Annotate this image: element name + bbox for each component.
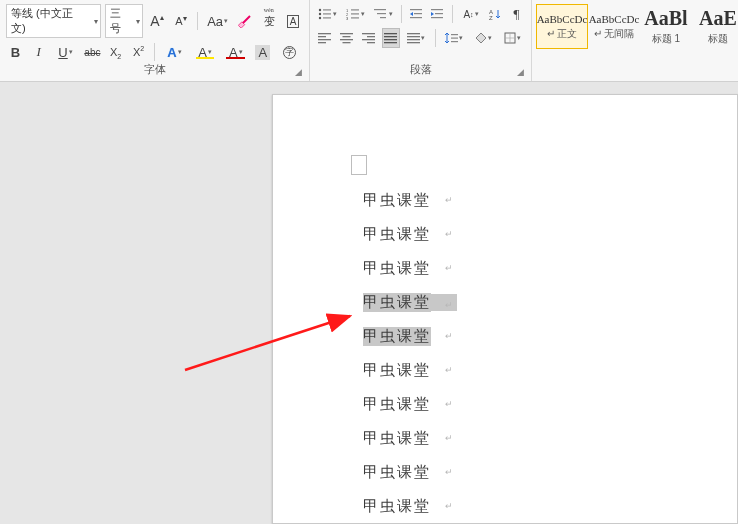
borders-button[interactable]: ▾ <box>500 28 525 48</box>
show-marks-button[interactable]: ¶ <box>508 4 525 24</box>
document-line[interactable]: 甲虫课堂↵ <box>363 489 457 523</box>
style-tile-1[interactable]: AaBbCcDc↵ 无间隔 <box>588 4 640 49</box>
paragraph-mark-icon: ↵ <box>445 467 455 477</box>
indent-decrease-button[interactable] <box>408 4 425 24</box>
svg-rect-17 <box>414 13 422 14</box>
font-group-label-text: 字体 <box>144 63 166 75</box>
phonetic-guide-button[interactable]: 变wén <box>259 11 279 31</box>
font-color-button[interactable]: A▾ <box>222 42 249 62</box>
align-distribute-button[interactable]: ▾ <box>404 28 429 48</box>
line-text: 甲虫课堂 <box>363 293 431 312</box>
bullets-button[interactable]: ▾ <box>316 4 340 24</box>
svg-rect-18 <box>410 17 422 18</box>
change-case-button[interactable]: Aa▾ <box>204 11 232 31</box>
document-line[interactable]: 甲虫课堂↵ <box>363 387 457 421</box>
svg-rect-27 <box>318 42 326 43</box>
svg-rect-41 <box>407 36 420 37</box>
indent-increase-button[interactable] <box>429 4 446 24</box>
style-name: 标题 1 <box>652 32 680 46</box>
font-name-select[interactable]: 等线 (中文正文) ▾ <box>6 4 101 38</box>
char-border-button[interactable]: A <box>283 11 303 31</box>
char-shading-button[interactable]: A <box>253 42 272 62</box>
document-line[interactable]: 甲虫课堂↵ <box>363 251 457 285</box>
style-tile-3[interactable]: AaE标题 <box>692 4 738 49</box>
svg-rect-38 <box>384 39 397 40</box>
paragraph-group-label: 段落 ◢ <box>316 62 525 79</box>
italic-button[interactable]: I <box>29 42 48 62</box>
line-spacing-button[interactable]: ▾ <box>442 28 467 48</box>
font-dialog-launcher[interactable]: ◢ <box>293 67 303 77</box>
document-line[interactable]: 甲虫课堂↵ <box>363 353 457 387</box>
strike-button[interactable]: abc <box>83 42 102 62</box>
paragraph-mark-icon: ↵ <box>445 365 455 375</box>
align-center-button[interactable] <box>338 28 356 48</box>
highlight-button[interactable]: A ▾ <box>192 42 219 62</box>
paragraph-mark-icon: ↵ <box>445 331 455 341</box>
style-preview: AaE <box>699 7 737 30</box>
align-justify-button[interactable] <box>382 28 400 48</box>
line-text: 甲虫课堂 <box>363 259 431 278</box>
sort-button[interactable]: AZ <box>487 4 504 24</box>
separator <box>435 29 436 47</box>
document-line[interactable]: 甲虫课堂↵ <box>363 183 457 217</box>
svg-text:Z: Z <box>489 15 493 20</box>
text-direction-button[interactable]: A↕▾ <box>459 4 483 24</box>
separator <box>154 43 155 61</box>
svg-rect-4 <box>323 13 331 14</box>
svg-rect-29 <box>343 36 351 37</box>
document-line[interactable]: 甲虫课堂↵ <box>363 455 457 489</box>
underline-button[interactable]: U▾ <box>52 42 79 62</box>
subscript-button[interactable]: X2 <box>106 42 125 62</box>
bold-button[interactable]: B <box>6 42 25 62</box>
svg-rect-8 <box>351 9 359 10</box>
paragraph-mark-icon: ↵ <box>445 263 455 273</box>
style-preview: AaBbCcDc <box>589 13 640 25</box>
svg-rect-28 <box>340 33 353 34</box>
font-size-value: 三号 <box>105 4 143 38</box>
workspace: 甲虫课堂↵甲虫课堂↵甲虫课堂↵甲虫课堂↵甲虫课堂↵甲虫课堂↵甲虫课堂↵甲虫课堂↵… <box>0 82 738 524</box>
svg-rect-19 <box>431 9 443 10</box>
superscript-button[interactable]: X2 <box>129 42 148 62</box>
multilevel-button[interactable]: ▾ <box>372 4 396 24</box>
svg-rect-43 <box>407 42 420 43</box>
grow-font-button[interactable]: A▴ <box>147 11 167 31</box>
paragraph-dialog-launcher[interactable]: ◢ <box>515 67 525 77</box>
separator <box>197 12 198 30</box>
cursor-indicator <box>351 155 367 175</box>
font-group-label: 字体 ◢ <box>6 62 303 79</box>
align-left-button[interactable] <box>316 28 334 48</box>
style-name: 标题 <box>708 32 728 46</box>
text-effects-button[interactable]: A▾ <box>161 42 188 62</box>
line-text: 甲虫课堂 <box>363 463 431 482</box>
line-text: 甲虫课堂 <box>363 361 431 380</box>
svg-rect-34 <box>362 39 375 40</box>
document-page[interactable]: 甲虫课堂↵甲虫课堂↵甲虫课堂↵甲虫课堂↵甲虫课堂↵甲虫课堂↵甲虫课堂↵甲虫课堂↵… <box>272 94 738 524</box>
svg-rect-36 <box>384 33 397 34</box>
enclose-char-button[interactable]: 字 <box>276 42 303 62</box>
svg-rect-45 <box>451 38 458 39</box>
separator <box>452 5 453 23</box>
document-line[interactable]: 甲虫课堂↵ <box>363 421 457 455</box>
svg-rect-30 <box>340 39 353 40</box>
svg-rect-37 <box>384 36 397 37</box>
style-preview: AaBl <box>644 7 687 30</box>
align-right-button[interactable] <box>360 28 378 48</box>
shrink-font-button[interactable]: A▾ <box>171 11 191 31</box>
svg-rect-40 <box>407 33 420 34</box>
svg-point-3 <box>319 13 321 15</box>
font-size-select[interactable]: 三号 ▾ <box>105 4 143 38</box>
style-tile-2[interactable]: AaBl标题 1 <box>640 4 692 49</box>
svg-rect-44 <box>451 34 458 35</box>
svg-rect-21 <box>431 17 443 18</box>
svg-rect-10 <box>351 13 359 14</box>
svg-rect-14 <box>377 13 386 14</box>
document-line[interactable]: 甲虫课堂↵ <box>363 319 457 353</box>
numbering-button[interactable]: 123▾ <box>344 4 368 24</box>
clear-format-button[interactable] <box>236 11 256 31</box>
svg-text:3: 3 <box>346 16 349 20</box>
style-tile-0[interactable]: AaBbCcDc↵ 正文 <box>536 4 588 49</box>
document-line[interactable]: 甲虫课堂↵ <box>363 217 457 251</box>
shading-button[interactable]: ▾ <box>471 28 496 48</box>
separator <box>401 5 402 23</box>
document-line[interactable]: 甲虫课堂↵ <box>363 285 457 319</box>
